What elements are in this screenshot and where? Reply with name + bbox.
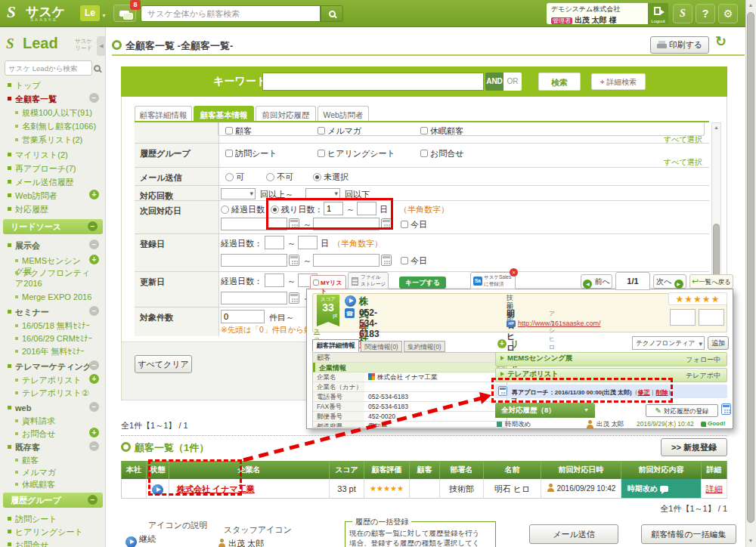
radio-selected-icon[interactable]	[313, 173, 321, 181]
checkbox-icon[interactable]	[420, 150, 428, 157]
expand-plus-icon[interactable]	[89, 428, 99, 437]
checkbox-row[interactable]: 訪問シート	[225, 148, 277, 159]
add-leadsource-button[interactable]: 追加	[708, 336, 729, 350]
col-header[interactable]: 前回対応日時	[541, 461, 621, 479]
history-row[interactable]: 時期改め 出茂 太郎 2016/9/29(木) 10:42 Good! (0)	[495, 420, 727, 428]
global-search-button[interactable]	[321, 5, 343, 22]
radio-row[interactable]: 不可	[266, 172, 293, 183]
sidebar-item-merge-expo[interactable]: Merge EXPO 2016	[15, 292, 91, 302]
history-dropdown-tab[interactable]: 全対応履歴（8）▼	[495, 403, 595, 418]
regist-elapsed-to-input[interactable]	[298, 236, 318, 249]
checkbox-icon[interactable]	[225, 150, 233, 157]
sidebar-item-mailmag[interactable]: メルマガ	[15, 467, 56, 477]
sasuke-sales-tab[interactable]: Sa サスケSales に登録済	[470, 272, 516, 289]
regist-date-from-input[interactable]	[221, 254, 287, 267]
register-history-button[interactable]: 対応履歴の登録	[646, 404, 718, 417]
col-header[interactable]: 企業名	[169, 461, 330, 479]
col-header[interactable]: 顧客評価	[364, 461, 410, 479]
sidebar-item-customer[interactable]: 顧客	[15, 455, 39, 465]
next-date-to-input[interactable]	[313, 218, 380, 230]
sidebar-item-existing[interactable]: 既存客	[8, 442, 40, 453]
scroll-down-icon[interactable]: ▼	[746, 538, 755, 543]
radio-selected-icon[interactable]	[271, 206, 279, 214]
scroll-up-icon[interactable]: ▲	[746, 2, 755, 8]
expand-plus-icon[interactable]	[89, 255, 99, 264]
col-header[interactable]: 名前	[484, 461, 541, 479]
close-icon[interactable]	[510, 268, 518, 277]
regist-elapsed-from-input[interactable]	[265, 236, 284, 249]
sidebar-search-input[interactable]	[5, 60, 92, 76]
radio-row[interactable]: 未選択	[313, 172, 349, 183]
refresh-icon[interactable]	[715, 33, 727, 50]
leadsource-select[interactable]: テクノフロンティア2016	[632, 336, 705, 350]
checkbox-row[interactable]: 休眠顧客	[420, 125, 463, 137]
radio-icon[interactable]	[225, 173, 234, 181]
sidebar-item-mail-history[interactable]: メール送信履歴	[8, 177, 74, 187]
calendar-icon[interactable]	[289, 255, 299, 266]
col-header[interactable]: 状態	[147, 461, 169, 479]
sidebar-item-document-request[interactable]: 資料請求	[15, 416, 55, 426]
popup-url-link[interactable]: http://www.161saaske.com/	[518, 320, 601, 327]
sidebar-item-web-visitors[interactable]: Web訪問者	[8, 190, 57, 201]
checkbox-icon[interactable]	[225, 127, 233, 134]
checkbox-icon[interactable]	[313, 280, 319, 286]
back-to-list-button[interactable]: 一覧へ戻る	[689, 274, 733, 289]
col-header[interactable]: 顧客	[410, 461, 440, 479]
calendar-icon[interactable]	[289, 292, 299, 304]
col-header[interactable]: 詳細	[702, 461, 727, 479]
radio-row[interactable]: 経過日数	[221, 204, 265, 215]
sidebar-item-sales-list[interactable]: 営業系リスト(2)	[15, 134, 82, 145]
global-search-input[interactable]	[141, 5, 321, 22]
expand-plus-icon[interactable]	[89, 374, 99, 384]
collapse-minus-icon[interactable]	[88, 495, 98, 505]
checkbox-row[interactable]: お問合せ	[420, 148, 464, 159]
sidebar-item-all-customers[interactable]: 全顧客一覧	[8, 94, 57, 104]
sidebar-item-response-history[interactable]: 対応履歴	[8, 204, 48, 215]
sidebar-item-teleapo[interactable]: テレアポリスト	[15, 375, 82, 385]
checkbox-icon[interactable]	[318, 127, 325, 134]
tab-related-info[interactable]: 関連情報(0)	[361, 341, 402, 352]
collapse-minus-icon[interactable]	[89, 93, 99, 103]
col-header[interactable]: 本社	[121, 461, 147, 479]
calendar-icon[interactable]	[381, 218, 392, 230]
count-from-select[interactable]	[221, 188, 256, 199]
collapse-minus-icon[interactable]	[89, 306, 99, 316]
target-from-input[interactable]	[221, 310, 265, 323]
settings-button[interactable]	[718, 4, 738, 23]
update-elapsed-from-input[interactable]	[265, 274, 284, 287]
sidebar-item-mylist[interactable]: マイリスト(2)	[8, 150, 68, 160]
col-header[interactable]: 部署名	[440, 461, 484, 479]
radio-icon[interactable]	[221, 206, 229, 214]
rating-box-1[interactable]	[670, 309, 696, 326]
search-button[interactable]: 検索	[538, 73, 581, 91]
collapse-minus-icon[interactable]	[89, 402, 99, 412]
leadsource-bar[interactable]: MEMSセンシング展 フォロー中	[495, 352, 727, 366]
regist-date-to-input[interactable]	[313, 254, 380, 267]
checkbox-row[interactable]: 今日	[401, 219, 427, 230]
or-toggle[interactable]: OR	[503, 73, 522, 91]
update-date-from-input[interactable]	[221, 292, 287, 304]
sidebar-item-teleapo2[interactable]: テレアポリスト②	[15, 388, 89, 398]
sidebar-item-hearing-sheet[interactable]: ヒアリングシート	[8, 527, 83, 537]
remaining-to-input[interactable]	[357, 202, 376, 215]
tab-customer-detail[interactable]: 顧客詳細情報	[135, 106, 192, 122]
form-scroll-up-icon[interactable]: ▲	[712, 125, 720, 130]
form-scrollbar-thumb[interactable]	[713, 224, 720, 278]
checkbox-row[interactable]: 今日	[401, 255, 427, 267]
sidebar-item-seminar-2[interactable]: 16/06/29 CRMｾﾐﾅｰ	[15, 333, 92, 344]
sidebar-item-seminar-3[interactable]: 2016年 無料ｾﾐﾅｰ	[15, 346, 85, 357]
clear-all-button[interactable]: すべてクリア	[135, 355, 192, 373]
sidebar-item-technofrontier[interactable]: テクノフロンティア2016	[15, 267, 94, 289]
calendar-icon[interactable]	[381, 255, 392, 266]
rating-box-2[interactable]	[699, 309, 724, 326]
prev-button[interactable]: 前へ	[581, 274, 612, 289]
product-badge-le[interactable]: Le	[80, 5, 100, 21]
keyword-input[interactable]	[262, 73, 484, 91]
sidebar-item-no-card[interactable]: 名刺無し顧客(1066)	[15, 121, 96, 131]
advanced-search-button[interactable]: + 詳細検索	[591, 73, 646, 90]
sasuke-home-button[interactable]	[673, 4, 692, 23]
tab-customer-detail-popup[interactable]: 顧客詳細情報	[312, 339, 359, 352]
sidebar-item-top[interactable]: トップ	[8, 80, 41, 91]
keep-button[interactable]: キープする	[399, 277, 446, 289]
collapse-minus-icon[interactable]	[89, 360, 99, 370]
